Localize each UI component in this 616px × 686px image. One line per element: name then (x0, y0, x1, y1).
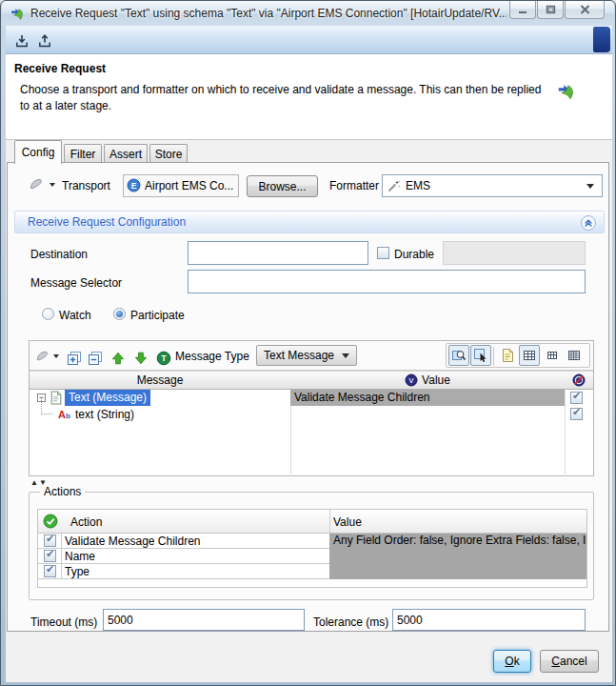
action-name: Type (65, 565, 89, 578)
select-view-toggle[interactable] (470, 345, 491, 366)
watch-label: Watch (59, 309, 91, 322)
action-checkbox[interactable]: ✔ (44, 550, 56, 562)
move-down-icon (133, 351, 149, 366)
validate-row-checkbox[interactable]: ✔ (570, 408, 583, 420)
check-out-icon (37, 33, 52, 49)
splitter-up-icon: ▲ (30, 478, 39, 487)
destination-input[interactable] (188, 241, 368, 265)
edit-link-icon[interactable] (29, 176, 44, 192)
maximize-button[interactable] (537, 1, 564, 19)
receive-request-config-section-header[interactable]: Receive Request Configuration (14, 211, 605, 233)
svg-text:E: E (131, 181, 137, 191)
tree-node-label[interactable]: Text (Message) (65, 390, 150, 406)
column-separator (329, 510, 330, 534)
document-view-button[interactable] (497, 345, 518, 366)
message-type-value: Text Message (264, 349, 334, 362)
edit-link-dropdown-arrow[interactable] (53, 354, 59, 358)
timeout-input[interactable] (103, 609, 305, 631)
browse-button[interactable]: Browse... (247, 175, 318, 197)
action-checkbox[interactable]: ✔ (44, 535, 56, 547)
watch-radio[interactable] (42, 308, 54, 320)
svg-text:V: V (408, 376, 414, 385)
formatter-label: Formatter (329, 179, 379, 192)
message-type-dropdown-arrow (342, 353, 349, 358)
tab-filter[interactable]: Filter (64, 144, 102, 164)
check-glyph: ✔ (572, 390, 581, 402)
tab-assert-label: Assert (109, 148, 142, 161)
column-header-message-label: Message (137, 373, 184, 387)
check-glyph: ✔ (46, 533, 54, 545)
view-toggle-group (446, 343, 590, 368)
toolbar-end-cap (593, 27, 610, 52)
collapse-chevron-icon[interactable] (580, 214, 597, 232)
close-icon (580, 5, 590, 14)
tab-assert[interactable]: Assert (104, 144, 148, 164)
move-up-button[interactable] (108, 348, 129, 369)
tab-config[interactable]: Config (14, 140, 62, 164)
grid-small-button[interactable] (542, 345, 563, 366)
message-toolbar: T Message Type Text Message (30, 341, 593, 371)
actions-panel: Actions Action Value ✔ Validate (29, 492, 594, 600)
transport-field[interactable]: E Airport EMS Co... (123, 174, 239, 197)
check-glyph: ✔ (46, 548, 54, 560)
close-button[interactable] (565, 1, 605, 19)
edit-link-dropdown-arrow[interactable] (50, 183, 55, 187)
timeout-label: Timeout (ms) (30, 615, 97, 629)
collapse-all-icon (88, 351, 103, 366)
action-name: Validate Message Children (65, 535, 201, 548)
grid-medium-icon (522, 348, 537, 363)
section-title: Receive Request Configuration (28, 215, 186, 229)
move-down-button[interactable] (130, 348, 151, 369)
action-row[interactable]: ✔ Name (38, 549, 586, 564)
durable-label: Durable (394, 248, 434, 261)
message-type-label: Message Type (175, 350, 249, 363)
validate-row-checkbox[interactable]: ✔ (570, 392, 583, 404)
message-selector-input[interactable] (188, 270, 586, 293)
action-checkbox[interactable]: ✔ (44, 565, 56, 577)
ok-button[interactable]: Ok (493, 650, 531, 673)
check-out-button[interactable] (35, 31, 54, 50)
minimize-button[interactable] (509, 1, 536, 19)
message-type-combo[interactable]: Text Message (256, 345, 357, 366)
edit-link-icon[interactable] (35, 349, 50, 363)
formatter-combo[interactable]: EMS (382, 174, 603, 197)
column-header-value-label: Value (422, 373, 450, 387)
transport-value: Airport EMS Co... (145, 179, 236, 192)
durable-checkbox[interactable] (377, 247, 389, 259)
actions-column-value-label: Value (333, 515, 362, 529)
grid-dense-button[interactable] (564, 345, 585, 366)
check-in-button[interactable] (12, 31, 31, 50)
title-bar[interactable]: Receive Request "Text" using schema "Tex… (2, 1, 614, 26)
zoom-view-toggle[interactable] (448, 345, 469, 366)
column-header-validate[interactable] (565, 371, 593, 390)
column-header-message[interactable]: Message (30, 371, 290, 390)
action-row[interactable]: ✔ Type (38, 564, 586, 579)
page-title: Receive Request (14, 62, 106, 75)
message-editor-panel: T Message Type Text Message (29, 340, 594, 476)
action-row[interactable]: ✔ Validate Message Children Any Field Or… (38, 534, 586, 549)
transport-label: Transport (62, 179, 110, 192)
grid-view-toggle[interactable] (519, 345, 540, 366)
green-arrow-icon (10, 6, 26, 22)
minimize-icon (518, 6, 527, 14)
collapse-all-button[interactable] (85, 348, 106, 369)
expand-all-button[interactable] (64, 348, 85, 369)
grid-dense-icon (566, 348, 582, 363)
column-header-value[interactable]: V Value (290, 371, 565, 390)
cancel-button[interactable]: Cancel (540, 650, 599, 673)
magnifier-icon (451, 348, 467, 363)
tab-store[interactable]: Store (149, 144, 188, 164)
action-value[interactable]: Any Field Order: false, Ignore Extra Fie… (329, 534, 586, 549)
tree-node-value-cell[interactable]: Validate Message Children (290, 390, 565, 406)
tolerance-input[interactable] (392, 609, 586, 631)
tree-node-label[interactable]: text (String) (75, 407, 134, 423)
action-value[interactable] (329, 564, 586, 579)
check-in-icon (14, 33, 30, 49)
grid-small-icon (545, 348, 560, 363)
participate-radio[interactable] (113, 308, 126, 320)
check-glyph: ✔ (46, 563, 54, 575)
tag-button[interactable]: T (153, 348, 174, 369)
cursor-select-icon (473, 348, 488, 363)
action-value[interactable] (329, 549, 586, 564)
tolerance-label: Tolerance (ms) (313, 615, 388, 629)
